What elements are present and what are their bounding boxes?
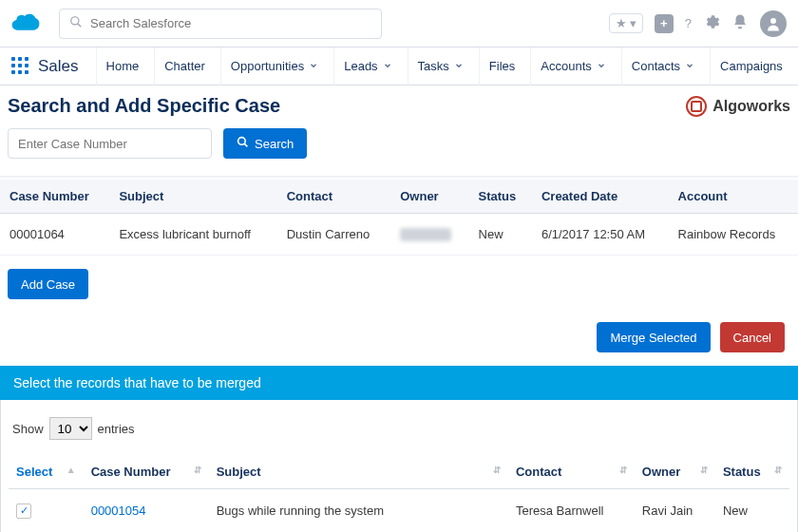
col-header[interactable]: Subject⇵ <box>209 455 508 489</box>
page-header: Search and Add Specific Case Algoworks <box>0 86 798 128</box>
col-header[interactable]: Select▲ <box>9 455 84 489</box>
page-size-select[interactable]: 10 <box>49 417 92 440</box>
page-size-control: Show 10 entries <box>12 417 786 440</box>
sort-icon[interactable]: ⇵ <box>774 465 782 475</box>
search-results-table: Case NumberSubjectContactOwnerStatusCrea… <box>0 180 798 256</box>
search-icon <box>237 136 249 151</box>
col-header[interactable]: Account <box>669 180 798 214</box>
nav-item-label: Opportunities <box>231 59 304 73</box>
sort-icon[interactable]: ⇵ <box>700 465 708 475</box>
nav-item-label: Accounts <box>541 59 591 73</box>
global-search-input[interactable] <box>90 16 371 30</box>
nav-items: HomeChatterOpportunitiesLeadsTasksFilesA… <box>96 48 792 86</box>
col-header[interactable]: Status <box>469 180 532 214</box>
svg-point-2 <box>770 18 776 24</box>
salesforce-cloud-icon <box>11 11 42 35</box>
table-row[interactable]: 00001064 Excess lubricant burnoff Dustin… <box>0 214 798 256</box>
col-header[interactable]: Owner⇵ <box>635 455 715 489</box>
col-header[interactable]: Case Number <box>0 180 109 214</box>
nav-item-label: Home <box>106 59 140 73</box>
sort-icon[interactable]: ⇵ <box>493 465 501 475</box>
cell-contact: Teresa Barnwell <box>508 489 635 533</box>
favorites-button[interactable]: ★ ▾ <box>609 13 643 33</box>
merge-selected-button[interactable]: Merge Selected <box>597 322 710 352</box>
app-navigation: Sales HomeChatterOpportunitiesLeadsTasks… <box>0 48 798 86</box>
search-icon <box>69 15 83 31</box>
nav-item-campaigns[interactable]: Campaigns <box>710 48 792 86</box>
col-header[interactable]: Subject <box>109 180 276 214</box>
merge-action-row: Merge Selected Cancel <box>0 322 798 366</box>
case-number-input[interactable] <box>8 128 212 159</box>
nav-item-label: Chatter <box>164 59 205 73</box>
redacted-value <box>400 228 451 241</box>
show-label-suffix: entries <box>98 422 135 436</box>
global-add-button[interactable]: + <box>655 14 674 33</box>
merge-candidates-table: Select▲Case Number⇵Subject⇵Contact⇵Owner… <box>9 455 789 532</box>
global-search[interactable] <box>59 9 382 39</box>
chevron-down-icon <box>685 59 694 73</box>
chevron-down-icon: ▾ <box>630 16 636 30</box>
user-avatar[interactable] <box>760 10 787 37</box>
search-button-label: Search <box>255 137 294 151</box>
col-header[interactable]: Created Date <box>532 180 669 214</box>
notifications-bell-icon[interactable] <box>732 13 749 33</box>
cell-status: New <box>469 214 532 256</box>
cell-subject: Excess lubricant burnoff <box>109 214 276 256</box>
header-actions: ★ ▾ + ? <box>609 10 787 37</box>
global-header: ★ ▾ + ? <box>0 0 798 48</box>
col-header[interactable]: Owner <box>390 180 468 214</box>
nav-item-contacts[interactable]: Contacts <box>621 48 704 86</box>
add-case-button[interactable]: Add Case <box>8 269 88 299</box>
nav-item-home[interactable]: Home <box>96 48 149 86</box>
star-icon: ★ <box>616 16 627 30</box>
svg-point-3 <box>238 138 246 145</box>
chevron-down-icon <box>454 59 464 73</box>
help-icon[interactable]: ? <box>685 16 692 30</box>
chevron-down-icon <box>597 59 606 73</box>
cell-case-number: 00001064 <box>0 214 109 256</box>
algoworks-logo-icon <box>686 96 707 117</box>
cell-case[interactable]: 00001054 <box>84 489 209 533</box>
nav-item-opportunities[interactable]: Opportunities <box>220 48 328 86</box>
chevron-down-icon <box>309 59 318 73</box>
nav-item-label: Files <box>489 59 515 73</box>
partner-brand-label: Algoworks <box>712 98 790 115</box>
nav-item-label: Campaigns <box>720 59 783 73</box>
chevron-down-icon <box>383 59 392 73</box>
nav-item-label: Leads <box>344 59 377 73</box>
cell-status: New <box>715 489 789 533</box>
app-name: Sales <box>38 57 79 76</box>
partner-brand: Algoworks <box>686 96 790 117</box>
row-checkbox[interactable]: ✓ <box>16 504 31 519</box>
table-row[interactable]: ✓00001054Bugs while running the systemTe… <box>9 489 789 533</box>
col-header[interactable]: Contact <box>277 180 390 214</box>
nav-item-files[interactable]: Files <box>479 48 524 86</box>
sort-icon[interactable]: ▲ <box>66 465 76 475</box>
nav-item-tasks[interactable]: Tasks <box>408 48 473 86</box>
svg-line-1 <box>78 24 82 28</box>
cancel-button[interactable]: Cancel <box>720 322 785 352</box>
cell-owner: Ravi Jain <box>635 489 715 533</box>
cell-select: ✓ <box>9 489 84 533</box>
nav-item-leads[interactable]: Leads <box>333 48 401 86</box>
setup-gear-icon[interactable] <box>703 13 720 33</box>
nav-item-chatter[interactable]: Chatter <box>154 48 215 86</box>
cell-owner <box>390 214 468 256</box>
col-header[interactable]: Status⇵ <box>715 455 789 489</box>
sort-icon[interactable]: ⇵ <box>619 465 627 475</box>
merge-banner: Select the records that have to be merge… <box>0 366 798 400</box>
search-button[interactable]: Search <box>223 128 307 159</box>
cell-subject: Bugs while running the system <box>209 489 508 533</box>
nav-item-label: Tasks <box>418 59 449 73</box>
app-launcher-icon[interactable] <box>11 57 28 76</box>
show-label-prefix: Show <box>12 422 44 436</box>
cell-contact: Dustin Carreno <box>277 214 390 256</box>
svg-point-0 <box>71 17 79 25</box>
svg-line-4 <box>244 143 247 146</box>
col-header[interactable]: Contact⇵ <box>508 455 635 489</box>
nav-item-accounts[interactable]: Accounts <box>530 48 615 86</box>
col-header[interactable]: Case Number⇵ <box>84 455 209 489</box>
merge-panel: Show 10 entries Select▲Case Number⇵Subje… <box>0 400 798 532</box>
nav-item-label: Contacts <box>632 59 680 73</box>
sort-icon[interactable]: ⇵ <box>194 465 201 475</box>
